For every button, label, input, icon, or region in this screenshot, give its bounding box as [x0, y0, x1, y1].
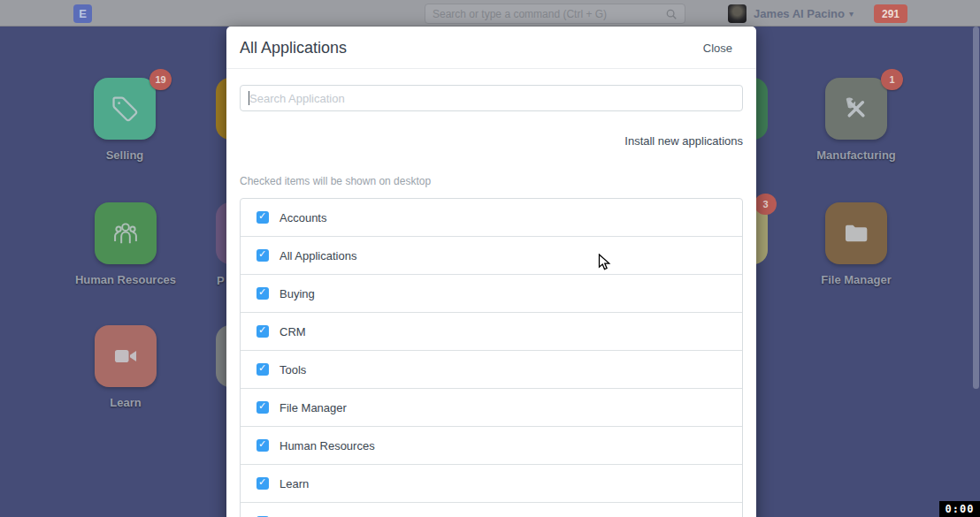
- navbar: E James Al Pacino ▾ 291: [0, 0, 980, 27]
- chevron-down-icon: ▾: [849, 9, 854, 19]
- search-icon: [665, 8, 678, 20]
- checkbox-checked[interactable]: [256, 325, 269, 338]
- checkbox-checked[interactable]: [256, 249, 269, 262]
- notification-badge: 3: [754, 194, 777, 215]
- checkbox-checked[interactable]: [256, 477, 269, 490]
- list-item-buying[interactable]: Buying: [241, 275, 742, 313]
- user-menu[interactable]: James Al Pacino ▾: [728, 4, 854, 23]
- screen: 19 Selling 1 Manufacturing: [0, 0, 980, 517]
- app-label: File Manager: [759, 273, 953, 286]
- checkbox-checked[interactable]: [256, 363, 269, 376]
- app-label: Selling: [27, 148, 222, 162]
- people-icon: [95, 202, 157, 264]
- text-caret: [249, 91, 249, 105]
- modal-header: All Applications Close: [226, 27, 756, 69]
- list-item-crm[interactable]: CRM: [241, 313, 742, 351]
- tools-icon: [825, 78, 887, 140]
- desktop-app-learn[interactable]: Learn: [95, 325, 157, 387]
- list-item-label: CRM: [279, 325, 306, 338]
- user-avatar: [728, 4, 746, 23]
- app-logo[interactable]: E: [73, 4, 92, 23]
- notification-badge: 1: [881, 69, 903, 90]
- install-new-applications-link[interactable]: Install new applications: [624, 134, 743, 148]
- desktop-app-human-resources[interactable]: Human Resources: [95, 202, 157, 264]
- folder-icon: [825, 202, 887, 264]
- global-search-input[interactable]: [433, 8, 665, 20]
- checkbox-checked[interactable]: [256, 439, 269, 452]
- list-item-label: File Manager: [279, 401, 347, 414]
- desktop-app-manufacturing[interactable]: 1 Manufacturing: [825, 78, 887, 140]
- global-search[interactable]: [425, 4, 685, 24]
- list-item-human-resources[interactable]: Human Resources: [241, 427, 742, 465]
- page-scrollbar[interactable]: [973, 27, 979, 389]
- list-item-file-manager[interactable]: File Manager: [241, 389, 742, 427]
- notifications-count-badge[interactable]: 291: [874, 4, 907, 23]
- notification-badge: 19: [149, 69, 172, 90]
- modal-title: All Applications: [240, 39, 347, 57]
- list-item-label: All Applications: [279, 249, 356, 262]
- checkbox-checked[interactable]: [256, 287, 269, 300]
- app-label: Learn: [28, 396, 223, 409]
- desktop-app-selling[interactable]: 19 Selling: [94, 78, 156, 140]
- all-applications-modal: All Applications Close Install new appli…: [226, 27, 756, 517]
- list-item-tools[interactable]: Tools: [241, 351, 742, 389]
- partial-app-label: P: [217, 274, 225, 287]
- close-button[interactable]: Close: [703, 42, 732, 55]
- checkbox-checked[interactable]: [256, 211, 269, 224]
- checkbox-checked[interactable]: [256, 401, 269, 414]
- mouse-cursor: [598, 254, 614, 275]
- list-item-label: Tools: [279, 363, 306, 376]
- list-item-accounts[interactable]: Accounts: [241, 199, 742, 237]
- helper-text: Checked items will be shown on desktop: [240, 175, 743, 187]
- app-label: Manufacturing: [759, 148, 953, 162]
- application-list: Accounts All Applications Buying CRM Too…: [240, 198, 743, 517]
- application-search-input[interactable]: [240, 85, 743, 111]
- modal-body: Install new applications Checked items w…: [226, 69, 756, 517]
- list-item-manufacturing[interactable]: Manufacturing: [241, 503, 742, 517]
- video-camera-icon: [95, 325, 157, 387]
- user-name: James Al Pacino: [754, 7, 845, 20]
- list-item-learn[interactable]: Learn: [241, 465, 742, 503]
- list-item-all-applications[interactable]: All Applications: [241, 237, 742, 275]
- list-item-label: Buying: [279, 287, 315, 300]
- list-item-label: Human Resources: [279, 439, 375, 452]
- recording-timer: 0:00: [939, 501, 980, 517]
- app-label: Human Resources: [28, 273, 223, 286]
- tag-icon: [94, 78, 156, 140]
- desktop-app-file-manager[interactable]: File Manager: [825, 202, 887, 264]
- list-item-label: Accounts: [279, 211, 326, 224]
- list-item-label: Learn: [279, 477, 309, 490]
